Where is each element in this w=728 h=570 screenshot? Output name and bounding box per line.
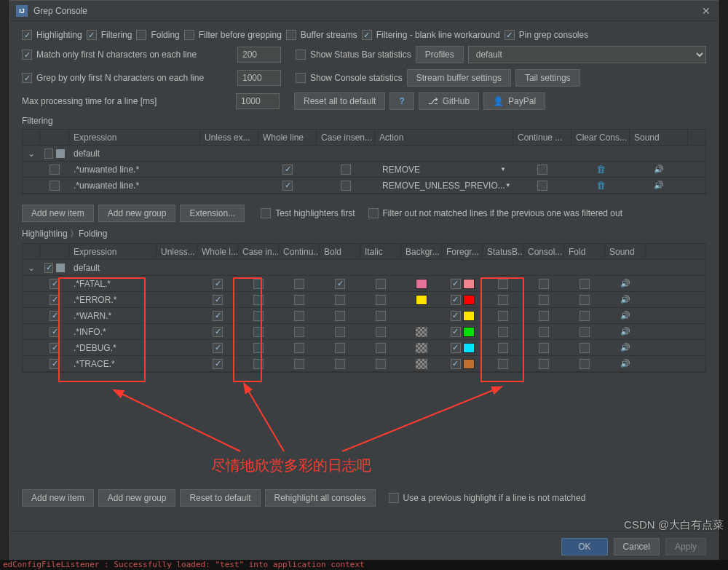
italic-checkbox[interactable] <box>376 295 386 305</box>
close-icon[interactable]: ✕ <box>700 5 712 17</box>
case-checkbox[interactable] <box>253 327 264 337</box>
italic-checkbox[interactable] <box>376 279 386 289</box>
row-checkbox[interactable] <box>50 181 60 191</box>
sound-icon[interactable]: 🔊 <box>620 359 630 368</box>
column-header[interactable]: Expression <box>69 130 200 145</box>
console-checkbox[interactable] <box>539 359 549 369</box>
italic-checkbox[interactable] <box>376 359 386 369</box>
whole-line-checkbox[interactable] <box>213 359 223 369</box>
bg-swatch[interactable] <box>416 359 427 369</box>
column-header[interactable]: Whole line <box>258 130 317 145</box>
fold-checkbox[interactable] <box>579 359 590 369</box>
column-header[interactable] <box>23 244 40 259</box>
highlighting-checkbox[interactable] <box>22 30 32 40</box>
grep-n-input[interactable] <box>237 70 281 86</box>
bold-checkbox[interactable] <box>335 343 345 353</box>
stream-buffer-button[interactable]: Stream buffer settings <box>407 69 511 87</box>
continue-checkbox[interactable] <box>294 327 304 337</box>
column-header[interactable]: Continue ... <box>513 130 571 145</box>
match-n-input[interactable] <box>237 47 281 63</box>
hl-add-item-button[interactable]: Add new item <box>22 489 94 507</box>
case-checkbox[interactable] <box>341 165 351 175</box>
action-select[interactable]: REMOVE_UNLESS_PREVIO...▼ <box>379 178 509 193</box>
case-checkbox[interactable] <box>253 279 264 289</box>
fg-swatch[interactable] <box>463 327 475 337</box>
sound-icon[interactable]: 🔊 <box>620 311 630 320</box>
whole-line-checkbox[interactable] <box>213 279 223 289</box>
column-header[interactable]: Case in... <box>238 244 279 259</box>
column-header[interactable]: Unless ex... <box>200 130 258 145</box>
extension-button[interactable]: Extension... <box>180 205 245 222</box>
profile-select[interactable]: default <box>468 46 706 63</box>
table-row[interactable]: .*DEBUG.* 🔊 <box>23 340 705 356</box>
hl-add-group-button[interactable]: Add new group <box>98 489 176 507</box>
fg-swatch[interactable] <box>463 295 475 305</box>
case-checkbox[interactable] <box>253 295 264 305</box>
table-row[interactable]: .*WARN.* 🔊 <box>23 308 705 324</box>
sound-icon[interactable]: 🔊 <box>620 295 630 304</box>
fg-swatch[interactable] <box>463 343 475 353</box>
paypal-button[interactable]: 👤PayPal <box>483 92 545 110</box>
fold-checkbox[interactable] <box>579 279 590 289</box>
column-header[interactable] <box>23 130 40 145</box>
continue-checkbox[interactable] <box>537 165 547 175</box>
table-row[interactable]: .*ERROR.* 🔊 <box>23 292 705 308</box>
fg-checkbox[interactable] <box>451 359 461 369</box>
fg-checkbox[interactable] <box>451 279 461 289</box>
case-checkbox[interactable] <box>341 181 351 191</box>
expand-icon[interactable]: ⌄ <box>27 149 36 159</box>
trash-icon[interactable]: 🗑 <box>596 180 606 191</box>
table-row[interactable]: .*FATAL.* 🔊 <box>23 276 705 292</box>
column-header[interactable]: Sound <box>630 130 688 145</box>
filter-add-item-button[interactable]: Add new item <box>22 205 94 222</box>
group-checkbox[interactable] <box>44 149 53 159</box>
console-checkbox[interactable] <box>539 343 549 353</box>
statusbar-checkbox[interactable] <box>498 311 508 321</box>
hl-reset-button[interactable]: Reset to default <box>180 489 260 507</box>
match-first-n-checkbox[interactable] <box>22 50 32 60</box>
highlight-group-row[interactable]: ⌄ default <box>23 260 705 276</box>
continue-checkbox[interactable] <box>537 181 547 191</box>
bold-checkbox[interactable] <box>335 311 345 321</box>
cancel-button[interactable]: Cancel <box>614 538 660 555</box>
row-checkbox[interactable] <box>50 343 60 353</box>
max-time-input[interactable] <box>236 93 280 109</box>
folding-checkbox[interactable] <box>136 30 146 40</box>
filter-before-checkbox[interactable] <box>184 30 194 40</box>
apply-button[interactable]: Apply <box>665 538 706 555</box>
column-header[interactable]: Whole l... <box>197 244 238 259</box>
row-checkbox[interactable] <box>50 279 60 289</box>
case-checkbox[interactable] <box>253 359 264 369</box>
fg-swatch[interactable] <box>463 279 475 289</box>
bg-swatch[interactable] <box>416 327 427 337</box>
case-checkbox[interactable] <box>253 311 264 321</box>
table-row[interactable]: .*INFO.* 🔊 <box>23 324 705 340</box>
fg-checkbox[interactable] <box>451 311 461 321</box>
whole-line-checkbox[interactable] <box>282 165 293 175</box>
column-header[interactable]: Foregr... <box>442 244 483 259</box>
bold-checkbox[interactable] <box>335 359 345 369</box>
column-header[interactable]: Sound <box>605 244 646 259</box>
statusbar-checkbox[interactable] <box>498 359 508 369</box>
whole-line-checkbox[interactable] <box>282 181 293 191</box>
column-header[interactable]: Case insen... <box>317 130 375 145</box>
fg-checkbox[interactable] <box>451 295 461 305</box>
expand-icon[interactable]: ⌄ <box>27 263 36 273</box>
row-checkbox[interactable] <box>50 311 60 321</box>
console-checkbox[interactable] <box>539 279 549 289</box>
action-select[interactable]: REMOVE▼ <box>379 162 509 177</box>
column-header[interactable]: Action <box>375 130 513 145</box>
bold-checkbox[interactable] <box>335 295 345 305</box>
filtering-checkbox[interactable] <box>87 30 97 40</box>
filtering-group-row[interactable]: ⌄ default <box>23 146 705 162</box>
use-previous-checkbox[interactable] <box>389 493 399 503</box>
table-row[interactable]: .*unwanted line.* REMOVE▼ 🗑 🔊 <box>23 162 705 178</box>
statusbar-checkbox[interactable] <box>498 295 508 305</box>
case-checkbox[interactable] <box>253 343 264 353</box>
column-header[interactable]: Backgr... <box>401 244 442 259</box>
filter-out-checkbox[interactable] <box>368 208 379 218</box>
bold-checkbox[interactable] <box>335 279 345 289</box>
fg-swatch[interactable] <box>463 359 475 369</box>
statusbar-checkbox[interactable] <box>498 343 508 353</box>
column-header[interactable]: Continu... <box>279 244 320 259</box>
